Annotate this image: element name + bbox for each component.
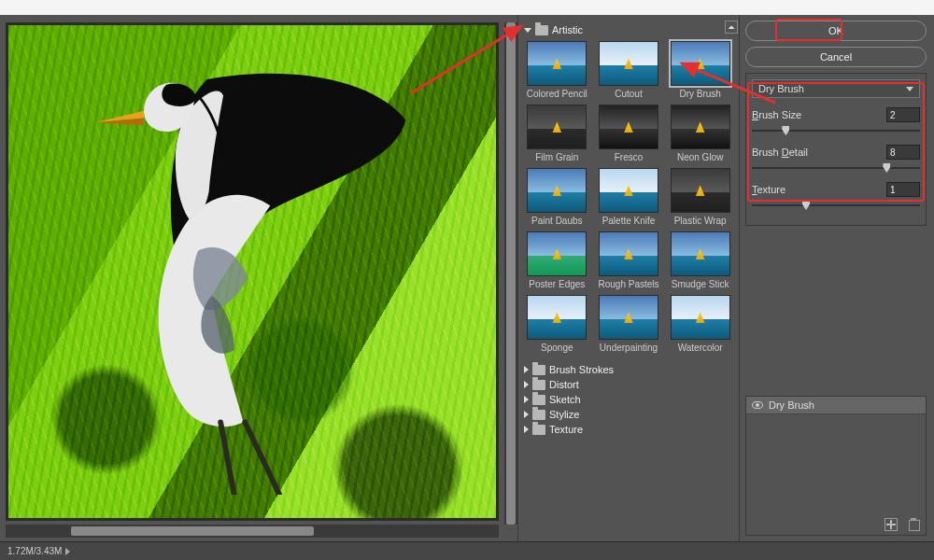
cancel-button[interactable]: Cancel	[745, 47, 927, 67]
category-label: Artistic	[552, 24, 583, 35]
param-t-group: Texture	[752, 182, 920, 212]
filter-thumb-label: Film Grain	[524, 152, 590, 162]
filter-thumb-palette-knife[interactable]: Palette Knife	[596, 168, 662, 226]
param-label: Texture	[752, 184, 785, 195]
delete-effect-layer-button[interactable]	[907, 518, 920, 531]
filter-thumb-plastic-wrap[interactable]: Plastic Wrap	[667, 168, 733, 226]
param-slider[interactable]	[752, 199, 920, 212]
folder-icon	[532, 380, 545, 390]
preview-canvas[interactable]	[6, 22, 499, 521]
filter-thumb-image	[527, 41, 587, 86]
category-label: Stylize	[549, 409, 579, 420]
category-brush-strokes[interactable]: Brush Strokes	[522, 362, 735, 377]
effect-layer-row[interactable]: Dry Brush	[746, 397, 926, 414]
filter-dropdown[interactable]: Dry Brush	[752, 79, 920, 98]
category-artistic[interactable]: Artistic	[522, 22, 735, 37]
status-bar: 1.72M/3.43M	[0, 541, 934, 560]
filter-thumb-label: Poster Edges	[524, 279, 590, 289]
chevron-right-icon[interactable]	[65, 548, 70, 555]
disclosure-triangle-icon	[524, 426, 529, 433]
category-distort[interactable]: Distort	[522, 377, 735, 392]
filter-thumb-image	[671, 41, 730, 86]
filter-thumb-label: Underpainting	[596, 343, 662, 353]
filter-thumb-image	[527, 105, 587, 149]
category-texture[interactable]: Texture	[522, 422, 735, 437]
filter-thumb-image	[527, 231, 587, 276]
folder-icon	[532, 410, 545, 420]
param-slider[interactable]	[752, 124, 920, 137]
filter-thumb-poster-edges[interactable]: Poster Edges	[524, 231, 590, 289]
category-stylize[interactable]: Stylize	[522, 407, 735, 422]
param-label: Brush Size	[752, 109, 801, 120]
disclosure-triangle-icon	[524, 411, 529, 418]
tab-strip	[0, 0, 934, 15]
visibility-icon[interactable]	[752, 401, 763, 409]
param-value-input[interactable]	[886, 145, 920, 160]
disclosure-triangle-icon	[524, 366, 529, 373]
param-value-input[interactable]	[886, 107, 920, 122]
disclosure-triangle-icon	[524, 396, 529, 403]
filter-thumb-cutout[interactable]: Cutout	[596, 41, 662, 99]
filter-thumb-fresco[interactable]: Fresco	[596, 105, 662, 162]
document-size: 1.72M/3.43M	[7, 546, 62, 556]
filter-thumb-dry-brush[interactable]: Dry Brush	[667, 41, 733, 99]
filter-gallery-dialog: Artistic Colored PencilCutoutDry BrushFi…	[0, 15, 934, 541]
filter-thumbnail-grid: Colored PencilCutoutDry BrushFilm GrainF…	[522, 37, 735, 360]
filter-settings: Dry Brush Brush SizeBrush DetailTexture	[745, 73, 927, 226]
filter-thumb-image	[599, 105, 658, 149]
preview-image	[8, 25, 496, 518]
category-label: Sketch	[549, 394, 581, 405]
preview-scroll-vertical[interactable]	[504, 22, 517, 525]
filter-thumb-image	[599, 295, 658, 340]
scroll-thumb[interactable]	[506, 22, 516, 525]
new-effect-layer-button[interactable]	[884, 518, 898, 531]
effect-layer-label: Dry Brush	[769, 399, 814, 411]
folder-icon	[532, 425, 545, 435]
ok-button[interactable]: OK	[745, 21, 927, 41]
filter-dropdown-value: Dry Brush	[758, 83, 804, 94]
filter-thumb-paint-daubs[interactable]: Paint Daubs	[524, 168, 590, 226]
filter-thumb-sponge[interactable]: Sponge	[524, 295, 590, 353]
filter-thumb-label: Plastic Wrap	[667, 216, 733, 226]
filter-thumb-watercolor[interactable]: Watercolor	[667, 295, 733, 353]
filter-thumb-neon-glow[interactable]: Neon Glow	[667, 105, 733, 162]
param-label: Brush Detail	[752, 147, 808, 158]
filter-thumb-film-grain[interactable]: Film Grain	[524, 105, 590, 162]
filter-thumb-label: Watercolor	[667, 343, 733, 353]
folder-icon	[532, 395, 545, 405]
filter-thumb-rough-pastels[interactable]: Rough Pastels	[596, 231, 662, 289]
disclosure-triangle-icon	[524, 381, 529, 388]
effect-layers-panel: Dry Brush	[745, 396, 927, 536]
filter-thumb-underpainting[interactable]: Underpainting	[596, 295, 662, 353]
category-label: Brush Strokes	[549, 364, 614, 375]
filter-thumb-label: Sponge	[524, 343, 590, 353]
filter-thumb-image	[671, 105, 730, 149]
preview-scroll-horizontal[interactable]	[6, 525, 499, 538]
filter-thumb-label: Dry Brush	[667, 89, 733, 99]
filter-thumb-image	[599, 168, 658, 213]
filter-thumb-image	[527, 168, 587, 213]
folder-icon	[535, 25, 548, 35]
filter-thumb-label: Smudge Stick	[667, 279, 733, 289]
filter-thumb-image	[671, 168, 730, 213]
filter-thumb-image	[599, 41, 658, 86]
param-d-group: Brush Detail	[752, 145, 920, 175]
filter-thumb-label: Colored Pencil	[524, 89, 590, 99]
filter-thumb-image	[527, 295, 587, 340]
filter-thumb-label: Neon Glow	[667, 152, 733, 162]
filter-thumb-label: Paint Daubs	[524, 216, 590, 226]
filter-thumb-label: Cutout	[596, 89, 662, 99]
filter-thumb-smudge-stick[interactable]: Smudge Stick	[667, 231, 733, 289]
category-sketch[interactable]: Sketch	[522, 392, 735, 407]
filter-thumb-image	[599, 231, 658, 276]
scroll-thumb[interactable]	[71, 526, 314, 536]
settings-panel: ⏶ OK Cancel Dry Brush Brush SizeBrush De…	[740, 15, 934, 541]
param-value-input[interactable]	[886, 182, 920, 197]
filter-thumb-label: Fresco	[596, 152, 662, 162]
filter-thumb-colored-pencil[interactable]: Colored Pencil	[524, 41, 590, 99]
param-slider[interactable]	[752, 161, 920, 175]
filter-thumb-label: Rough Pastels	[596, 279, 662, 289]
filter-category-panel: Artistic Colored PencilCutoutDry BrushFi…	[517, 15, 740, 541]
param-b-group: Brush Size	[752, 107, 920, 137]
collapsed-category-list: Brush StrokesDistortSketchStylizeTexture	[522, 362, 735, 437]
